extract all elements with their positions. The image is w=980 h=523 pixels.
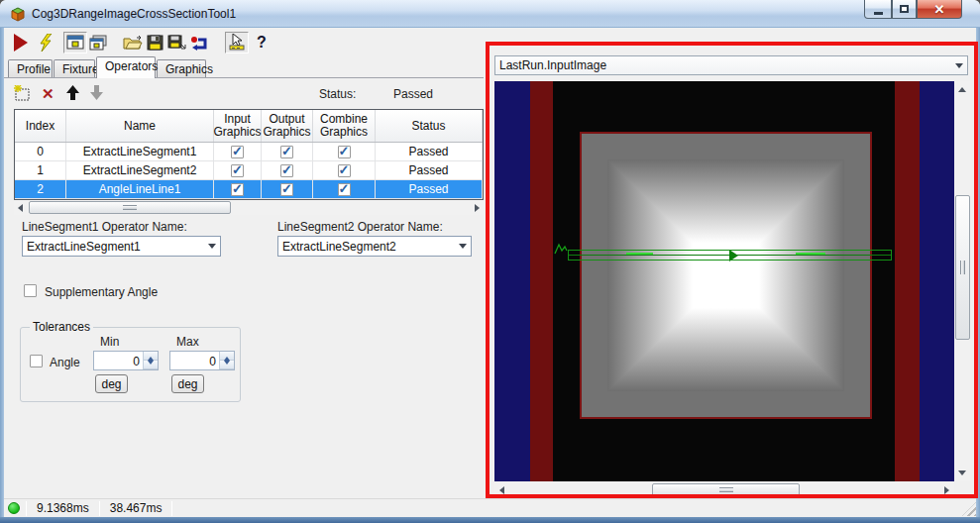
min-label: Min	[100, 335, 119, 349]
move-up-icon	[65, 84, 80, 101]
cross-section-start-marker	[554, 242, 568, 256]
combine-graphics-checkbox[interactable]	[338, 183, 351, 196]
input-graphics-checkbox[interactable]	[231, 164, 244, 177]
new-tool-window-button[interactable]	[87, 32, 109, 53]
spin-down-icon[interactable]	[144, 361, 158, 369]
tab-profile[interactable]: Profile	[8, 59, 53, 78]
maximize-icon	[900, 5, 909, 13]
run-live-button[interactable]	[36, 32, 55, 53]
app-icon	[10, 6, 26, 22]
electric-edit-button[interactable]	[225, 32, 249, 53]
tool-window: Cog3DRangeImageCrossSectionTool1 ✕	[0, 0, 980, 523]
angle-checkbox[interactable]	[30, 355, 43, 367]
lineseg2-combobox[interactable]: ExtractLineSegment2	[277, 236, 472, 257]
add-operator-icon	[14, 85, 31, 101]
scroll-down-icon[interactable]	[958, 471, 966, 475]
maximize-button[interactable]	[892, 0, 917, 19]
input-graphics-checkbox[interactable]	[231, 183, 244, 196]
col-header-input-graphics[interactable]: Input Graphics	[214, 110, 262, 142]
table-hscrollbar[interactable]	[14, 200, 484, 215]
max-deg-button[interactable]: deg	[171, 374, 204, 393]
scroll-up-icon[interactable]	[958, 87, 966, 92]
supplementary-angle-checkbox[interactable]	[24, 284, 37, 297]
col-header-index[interactable]: Index	[15, 110, 66, 142]
supplementary-angle-label: Supplementary Angle	[45, 285, 158, 299]
minimize-button[interactable]	[864, 0, 892, 19]
output-graphics-checkbox[interactable]	[280, 164, 293, 177]
move-down-button[interactable]	[89, 84, 104, 104]
cross-section-direction-arrow	[729, 250, 744, 262]
dark-red-stripe-left	[530, 81, 553, 481]
spin-down-icon[interactable]	[220, 361, 234, 369]
scroll-right-icon[interactable]	[475, 204, 480, 212]
combine-graphics-checkbox[interactable]	[338, 164, 351, 177]
table-hscroll-thumb[interactable]	[29, 201, 231, 214]
angle-max-spinner[interactable]: 0	[169, 351, 235, 370]
fitted-line-segment-1	[626, 253, 653, 255]
col-header-status[interactable]: Status	[376, 110, 483, 142]
fitted-line-segment-2	[796, 253, 825, 255]
image-vscroll-thumb[interactable]	[955, 195, 970, 340]
title-bar[interactable]: Cog3DRangeImageCrossSectionTool1 ✕	[0, 0, 980, 28]
image-viewport[interactable]	[494, 81, 954, 481]
save-as-button[interactable]	[165, 32, 188, 53]
run-button[interactable]	[12, 32, 30, 53]
reset-icon	[190, 35, 209, 51]
new-window-icon	[89, 35, 107, 51]
range-image-square	[580, 132, 872, 419]
col-header-output-graphics[interactable]: Output Graphics	[262, 110, 313, 142]
minimize-icon	[874, 12, 883, 15]
run-icon	[14, 34, 28, 52]
help-button[interactable]: ?	[255, 32, 269, 53]
statusbar-separator	[171, 501, 172, 516]
col-header-combine-graphics[interactable]: Combine Graphics	[313, 110, 376, 142]
save-button[interactable]	[145, 32, 165, 53]
tab-operators[interactable]: Operators	[96, 56, 156, 78]
scroll-left-icon[interactable]	[18, 204, 23, 212]
display-source-combobox[interactable]: LastRun.InputImage	[494, 55, 968, 75]
frustum-gradient	[607, 159, 844, 391]
combine-graphics-checkbox[interactable]	[338, 146, 351, 158]
move-up-button[interactable]	[65, 84, 80, 104]
dark-red-stripe-right	[895, 81, 920, 481]
table-row[interactable]: 0 ExtractLineSegment1 Passed	[15, 143, 483, 161]
open-button[interactable]	[121, 32, 145, 53]
col-header-name[interactable]: Name	[66, 110, 214, 142]
image-hscroll-thumb[interactable]	[652, 483, 800, 496]
reset-button[interactable]	[188, 32, 211, 53]
image-vscrollbar[interactable]	[954, 81, 971, 481]
window-title: Cog3DRangeImageCrossSectionTool1	[32, 7, 236, 21]
add-operator-button[interactable]	[14, 85, 31, 104]
lineseg1-combobox[interactable]: ExtractLineSegment1	[22, 236, 221, 257]
save-as-icon	[167, 35, 186, 51]
scroll-left-icon[interactable]	[499, 486, 504, 494]
scroll-right-icon[interactable]	[944, 486, 949, 494]
angle-min-spinner[interactable]: 0	[93, 351, 159, 370]
angle-label: Angle	[50, 356, 80, 369]
input-graphics-checkbox[interactable]	[231, 146, 244, 158]
close-button[interactable]: ✕	[917, 0, 962, 19]
tolerances-legend: Tolerances	[30, 320, 93, 334]
delete-operator-button[interactable]: ✕	[42, 86, 54, 101]
status-bar: 9.1368ms 38.467ms	[4, 498, 976, 517]
navy-stripe-left	[494, 81, 530, 481]
max-label: Max	[176, 335, 199, 349]
chevron-down-icon	[208, 244, 216, 253]
output-graphics-checkbox[interactable]	[280, 183, 293, 196]
window-border-bottom	[0, 517, 980, 523]
chevron-down-icon	[459, 244, 467, 253]
lightning-icon	[38, 34, 54, 52]
navy-stripe-right	[920, 81, 954, 481]
close-icon: ✕	[934, 2, 945, 17]
tab-graphics[interactable]: Graphics	[157, 59, 206, 78]
delete-icon: ✕	[42, 85, 54, 102]
image-hscrollbar[interactable]	[494, 482, 954, 497]
lineseg2-label: LineSegment2 Operator Name:	[277, 220, 443, 234]
tab-fixture[interactable]: Fixture	[54, 59, 95, 78]
output-graphics-checkbox[interactable]	[280, 146, 293, 158]
table-row[interactable]: 1 ExtractLineSegment2 Passed	[15, 161, 483, 180]
table-row-selected[interactable]: 2 AngleLineLine1 Passed	[15, 180, 483, 199]
tool-window-icon	[66, 35, 84, 50]
float-tool-button[interactable]	[63, 32, 87, 53]
min-deg-button[interactable]: deg	[95, 374, 128, 393]
